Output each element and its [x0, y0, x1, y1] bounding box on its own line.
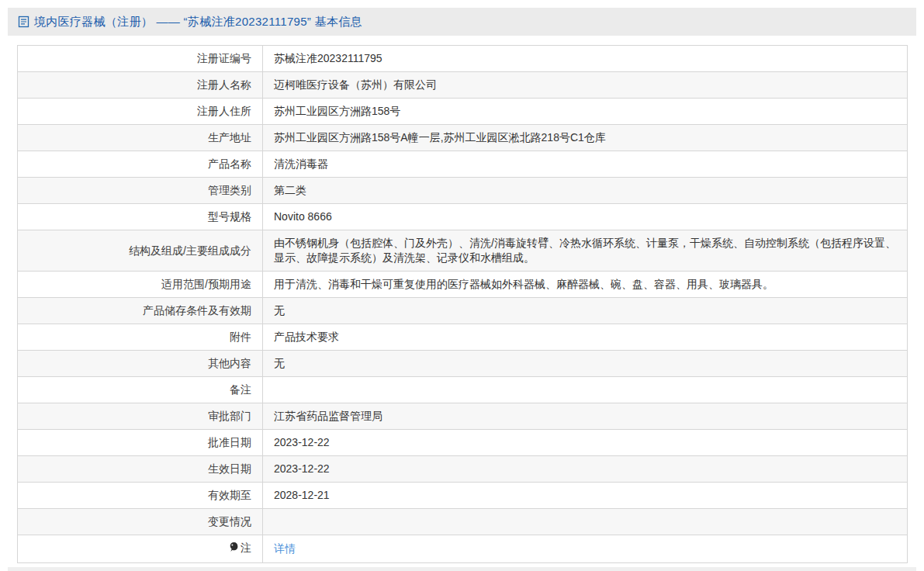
row-label-cell: 有效期至 [18, 483, 263, 509]
row-value-cell: 无 [263, 298, 908, 324]
note-bulb-icon [229, 542, 239, 557]
row-label-cell: 注册证编号 [18, 46, 263, 72]
row-value: 无 [274, 304, 285, 317]
row-label-cell: 注 [18, 535, 263, 563]
row-value: 江苏省药品监督管理局 [274, 410, 382, 422]
row-label-cell: 注册人名称 [18, 72, 263, 99]
row-value: 迈柯唯医疗设备（苏州）有限公司 [274, 78, 437, 91]
table-row: 生产地址苏州工业园区方洲路158号A幢一层,苏州工业园区淞北路218号C1仓库 [18, 125, 908, 151]
row-label: 有效期至 [208, 489, 251, 501]
row-label-cell: 审批部门 [18, 403, 263, 430]
row-value-cell: 迈柯唯医疗设备（苏州）有限公司 [263, 72, 908, 99]
page-title: 境内医疗器械（注册） —— “苏械注准20232111795” 基本信息 [34, 15, 362, 29]
table-row: 批准日期2023-12-22 [18, 430, 908, 456]
row-label: 产品储存条件及有效期 [143, 304, 251, 317]
table-row: 附件产品技术要求 [18, 324, 908, 351]
row-label: 变更情况 [208, 515, 251, 528]
row-value: 2023-12-22 [274, 436, 330, 448]
table-row: 注详情 [18, 535, 908, 563]
row-value-cell: 用于清洗、消毒和干燥可重复使用的医疗器械如外科器械、麻醉器械、碗、盘、容器、用具… [263, 272, 908, 298]
row-value-cell [263, 509, 908, 535]
table-row: 其他内容无 [18, 351, 908, 377]
row-label-cell: 型号规格 [18, 204, 263, 230]
row-label: 批准日期 [208, 436, 251, 448]
row-label-cell: 生效日期 [18, 456, 263, 483]
row-label: 型号规格 [208, 210, 251, 223]
table-row: 注册人名称迈柯唯医疗设备（苏州）有限公司 [18, 72, 908, 99]
row-value-cell: 清洗消毒器 [263, 151, 908, 178]
page-bottom-edge [8, 567, 916, 571]
row-label-cell: 产品储存条件及有效期 [18, 298, 263, 324]
row-value-cell [263, 377, 908, 403]
row-value-cell: 苏州工业园区方洲路158号 [263, 99, 908, 125]
table-row: 有效期至2028-12-21 [18, 483, 908, 509]
row-label-cell: 批准日期 [18, 430, 263, 456]
row-value-cell: 苏械注准20232111795 [263, 46, 908, 72]
table-row: 变更情况 [18, 509, 908, 535]
row-label: 生效日期 [208, 462, 251, 475]
table-row: 注册人住所苏州工业园区方洲路158号 [18, 99, 908, 125]
table-row: 备注 [18, 377, 908, 403]
row-label: 生产地址 [208, 131, 251, 144]
row-label-cell: 其他内容 [18, 351, 263, 377]
table-row: 产品名称清洗消毒器 [18, 151, 908, 178]
registration-info-table: 注册证编号苏械注准20232111795注册人名称迈柯唯医疗设备（苏州）有限公司… [17, 45, 908, 563]
row-value: 2028-12-21 [274, 489, 330, 501]
row-value: 苏械注准20232111795 [274, 52, 382, 64]
table-row: 管理类别第二类 [18, 178, 908, 204]
table-row: 审批部门江苏省药品监督管理局 [18, 403, 908, 430]
row-value: 2023-12-22 [274, 462, 330, 475]
row-label: 备注 [230, 383, 251, 396]
row-label-cell: 结构及组成/主要组成成分 [18, 230, 263, 272]
detail-link[interactable]: 详情 [274, 542, 296, 555]
row-label: 注册证编号 [197, 52, 251, 64]
row-value-cell: 无 [263, 351, 908, 377]
row-label-cell: 管理类别 [18, 178, 263, 204]
row-label: 注册人住所 [197, 105, 251, 117]
row-value: 无 [274, 357, 285, 369]
registration-detail-page: 境内医疗器械（注册） —— “苏械注准20232111795” 基本信息 注册证… [0, 0, 924, 571]
row-label: 附件 [230, 330, 251, 343]
row-value: 第二类 [274, 184, 306, 196]
table-row: 生效日期2023-12-22 [18, 456, 908, 483]
row-label: 注册人名称 [197, 78, 251, 91]
row-value-cell: 产品技术要求 [263, 324, 908, 351]
table-row: 结构及组成/主要组成成分由不锈钢机身（包括腔体、门及外壳）、清洗/消毒旋转臂、冷… [18, 230, 908, 272]
row-label: 管理类别 [208, 184, 251, 196]
row-value-cell: 第二类 [263, 178, 908, 204]
table-row: 型号规格Novito 8666 [18, 204, 908, 230]
row-value: 用于清洗、消毒和干燥可重复使用的医疗器械如外科器械、麻醉器械、碗、盘、容器、用具… [274, 278, 773, 290]
row-value-cell: 江苏省药品监督管理局 [263, 403, 908, 430]
row-value-cell: 苏州工业园区方洲路158号A幢一层,苏州工业园区淞北路218号C1仓库 [263, 125, 908, 151]
row-label: 结构及组成/主要组成成分 [129, 244, 251, 257]
row-value-cell: 2023-12-22 [263, 430, 908, 456]
row-label: 其他内容 [208, 357, 251, 369]
row-label: 适用范围/预期用途 [161, 278, 251, 290]
row-label-cell: 注册人住所 [18, 99, 263, 125]
row-label-cell: 适用范围/预期用途 [18, 272, 263, 298]
row-value: Novito 8666 [274, 210, 332, 223]
row-value-cell: 2028-12-21 [263, 483, 908, 509]
page-header: 境内医疗器械（注册） —— “苏械注准20232111795” 基本信息 [8, 8, 916, 36]
row-label-cell: 生产地址 [18, 125, 263, 151]
row-label: 注 [241, 542, 251, 554]
row-value: 苏州工业园区方洲路158号A幢一层,苏州工业园区淞北路218号C1仓库 [274, 131, 606, 144]
table-row: 注册证编号苏械注准20232111795 [18, 46, 908, 72]
row-value: 苏州工业园区方洲路158号 [274, 105, 400, 117]
row-value: 清洗消毒器 [274, 157, 328, 170]
row-value-cell: 详情 [263, 535, 908, 563]
row-value-cell: 2023-12-22 [263, 456, 908, 483]
row-label-cell: 附件 [18, 324, 263, 351]
document-icon [18, 16, 29, 28]
table-row: 产品储存条件及有效期无 [18, 298, 908, 324]
row-label: 审批部门 [208, 410, 251, 422]
row-label-cell: 备注 [18, 377, 263, 403]
row-label-cell: 产品名称 [18, 151, 263, 178]
table-row: 适用范围/预期用途用于清洗、消毒和干燥可重复使用的医疗器械如外科器械、麻醉器械、… [18, 272, 908, 298]
row-value-cell: Novito 8666 [263, 204, 908, 230]
row-value: 由不锈钢机身（包括腔体、门及外壳）、清洗/消毒旋转臂、冷热水循环系统、计量泵，干… [274, 237, 896, 264]
row-value-cell: 由不锈钢机身（包括腔体、门及外壳）、清洗/消毒旋转臂、冷热水循环系统、计量泵，干… [263, 230, 908, 272]
row-label: 产品名称 [208, 157, 251, 170]
row-label-cell: 变更情况 [18, 509, 263, 535]
row-value: 产品技术要求 [274, 330, 339, 343]
